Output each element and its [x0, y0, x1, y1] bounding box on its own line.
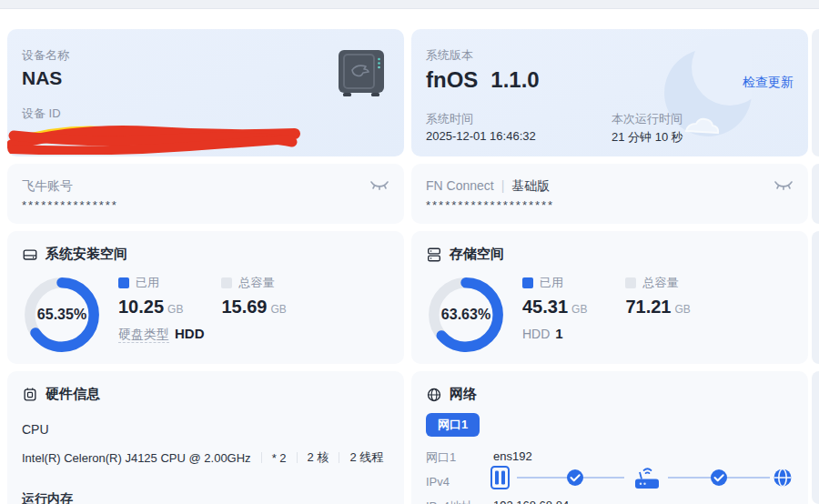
peek-card-sliver	[812, 231, 819, 364]
system-version-label: 系统版本	[426, 47, 473, 64]
separator: |	[501, 178, 505, 193]
memory-label: 运行内存	[22, 491, 73, 504]
dashboard-grid: 设备名称 NAS 设备 ID 系统版本 fnOS1.1.0 检查更新	[7, 29, 808, 504]
system-version-card: 系统版本 fnOS1.1.0 检查更新 系统时间 2025-12-01 16:4…	[411, 29, 808, 156]
disk-type-label[interactable]: 硬盘类型	[118, 327, 169, 343]
cpu-cores: 2 核	[308, 449, 329, 466]
device-id-redaction-scribble	[7, 116, 308, 155]
network-title: 网络	[426, 386, 477, 403]
hard-drive-icon	[22, 247, 38, 263]
ipv4-address-value: 192.168.68.84	[493, 499, 569, 504]
fn-connect-label: FN Connect|基础版	[426, 178, 550, 195]
cpu-threads: 2 线程	[349, 449, 383, 466]
hardware-info-title-text: 硬件信息	[46, 386, 100, 403]
ipv4-label: IPv4	[426, 475, 450, 489]
fn-connect-card: FN Connect|基础版 ********************	[411, 164, 808, 224]
storage-space-legend: 已用 45.31GB 总容量 71.21GB	[522, 275, 691, 318]
system-space-title: 系统安装空间	[22, 246, 127, 263]
legend-used: 已用 10.25GB	[118, 275, 183, 318]
used-value: 45.31GB	[522, 297, 587, 318]
os-name: fnOS	[426, 67, 478, 92]
storage-space-donut: 63.63%	[426, 275, 506, 355]
port-1-tab-button[interactable]: 网口1	[426, 413, 480, 437]
legend-used: 已用 45.31GB	[522, 275, 587, 318]
port-label: 网口1	[426, 449, 456, 466]
fn-connect-name: FN Connect	[426, 178, 494, 193]
fn-account-card: 飞牛账号 ***************	[7, 164, 404, 224]
hardware-info-card: 硬件信息 CPU Intel(R) Celeron(R) J4125 CPU @…	[7, 371, 404, 504]
total-label: 总容量	[642, 275, 678, 291]
system-space-card: 系统安装空间 65.35% 已用 10.25GB 总容量 15.69GB 硬盘类…	[7, 231, 404, 364]
storage-space-card: 存储空间 63.63% 已用 45.31GB 总容量 71.21GB HDD1	[411, 231, 808, 364]
system-time-label: 系统时间	[426, 111, 473, 127]
storage-space-title: 存储空间	[426, 246, 504, 263]
total-swatch	[221, 277, 232, 288]
system-space-legend: 已用 10.25GB 总容量 15.69GB	[118, 275, 287, 318]
peek-card-sliver	[812, 164, 819, 224]
os-version-number: 1.1.0	[490, 67, 539, 92]
total-label: 总容量	[238, 275, 274, 291]
check-node-2	[711, 469, 727, 486]
disk-row: HDD1	[522, 326, 563, 341]
divider	[339, 452, 339, 463]
divider	[261, 452, 262, 463]
nas-device-image	[337, 49, 386, 98]
eye-closed-icon[interactable]	[774, 180, 794, 191]
used-swatch	[118, 277, 129, 288]
device-info-card: 设备名称 NAS 设备 ID	[7, 29, 404, 156]
system-time-value: 2025-12-01 16:46:32	[426, 129, 536, 143]
disk-label: HDD	[522, 327, 550, 341]
eye-closed-icon[interactable]	[369, 180, 389, 191]
uptime-value: 21 分钟 10 秒	[612, 129, 683, 146]
uptime-label: 本次运行时间	[612, 111, 682, 127]
disk-type-row: 硬盘类型HDD	[118, 326, 205, 343]
total-value: 71.21GB	[625, 297, 690, 318]
disk-type-value: HDD	[175, 326, 205, 341]
legend-total: 总容量 71.21GB	[625, 275, 690, 318]
network-card: 网络 网口1 网口1 ens192 IPv4	[411, 371, 808, 504]
used-label: 已用	[540, 275, 563, 291]
system-space-title-text: 系统安装空间	[46, 246, 127, 263]
check-update-link[interactable]: 检查更新	[743, 75, 794, 91]
storage-space-title-text: 存储空间	[450, 246, 504, 263]
device-name-label: 设备名称	[22, 47, 69, 64]
cpu-multiplier: * 2	[272, 451, 287, 465]
fn-connect-tier: 基础版	[511, 178, 550, 193]
ipv4-address-label: IPv4地址	[426, 499, 473, 504]
storage-space-percent: 63.63%	[426, 275, 506, 355]
cpu-label: CPU	[22, 422, 49, 437]
cpu-model: Intel(R) Celeron(R) J4125 CPU @ 2.00GHz	[22, 451, 251, 465]
check-node-1	[567, 469, 583, 486]
used-swatch	[522, 277, 533, 288]
total-value: 15.69GB	[221, 297, 286, 318]
system-space-percent: 65.35%	[22, 275, 102, 355]
total-swatch	[625, 277, 636, 288]
fn-account-label: 飞牛账号	[22, 178, 73, 195]
router-node-icon	[635, 469, 659, 489]
divider	[297, 452, 298, 463]
used-value: 10.25GB	[118, 297, 183, 318]
window-top-strip	[0, 0, 819, 9]
nas-node-icon	[491, 467, 509, 489]
fn-connect-masked-value: ********************	[426, 198, 554, 212]
globe-icon	[426, 387, 442, 403]
peek-card-sliver	[812, 371, 819, 504]
network-title-text: 网络	[450, 386, 477, 403]
storage-stack-icon	[426, 247, 442, 263]
legend-total: 总容量 15.69GB	[221, 275, 286, 318]
fn-account-masked-value: ***************	[22, 198, 118, 212]
device-name-value: NAS	[22, 67, 62, 89]
used-label: 已用	[136, 275, 159, 291]
hardware-info-title: 硬件信息	[22, 386, 100, 403]
cpu-details: Intel(R) Celeron(R) J4125 CPU @ 2.00GHz …	[22, 449, 383, 466]
chip-icon	[22, 387, 38, 403]
system-version-value: fnOS1.1.0	[426, 67, 540, 93]
disk-number: 1	[555, 326, 562, 341]
internet-globe-icon	[774, 469, 792, 487]
system-space-donut: 65.35%	[22, 275, 102, 355]
ipv4-connectivity-diagram	[490, 464, 794, 491]
port-value: ens192	[493, 449, 532, 463]
peek-card-sliver	[812, 29, 819, 156]
